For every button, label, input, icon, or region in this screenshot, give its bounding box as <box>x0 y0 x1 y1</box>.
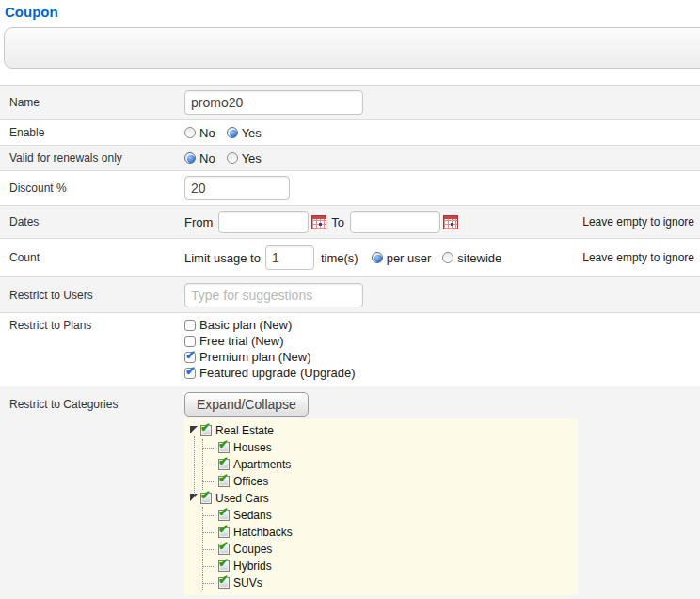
tree-leaf: ✔ Hybrids <box>203 558 578 575</box>
radio-button[interactable] <box>184 152 196 164</box>
users-input[interactable] <box>184 283 363 307</box>
field-label-renewals: Valid for renewals only <box>0 151 184 165</box>
checkbox[interactable]: ✔ <box>184 336 196 347</box>
expand-collapse-button[interactable]: Expand/Collapse <box>184 392 309 417</box>
row-count: Count Limit usage to time(s) per user si… <box>0 239 700 277</box>
main-toolbar <box>4 27 700 69</box>
tree-checkbox[interactable]: ✔ <box>218 442 230 453</box>
count-input[interactable] <box>265 245 314 270</box>
radio-label[interactable]: Yes <box>242 126 262 140</box>
tree-node[interactable]: ✔ SUVs <box>218 575 578 591</box>
tree-branch: ✔ Used Cars ✔ Sedans <box>190 490 578 591</box>
checkbox[interactable]: ✔ <box>184 352 196 363</box>
tree-node[interactable]: ✔ Hatchbacks <box>218 524 578 541</box>
tree-node[interactable]: ✔ Real Estate <box>190 422 578 439</box>
check-icon: ✔ <box>218 523 229 535</box>
radio-button[interactable] <box>184 127 196 138</box>
calendar-icon[interactable] <box>311 215 326 229</box>
checkbox-label[interactable]: Premium plan (New) <box>199 350 310 364</box>
checkbox-label[interactable]: Basic plan (New) <box>199 318 292 332</box>
tree-node[interactable]: ✔ Offices <box>218 473 578 490</box>
tree-leaf: ✔ Apartments <box>203 456 578 473</box>
tree-checkbox[interactable]: ✔ <box>200 425 212 436</box>
date-to-label: To <box>331 215 344 229</box>
tree-checkbox[interactable]: ✔ <box>218 459 230 470</box>
count-option-per-user[interactable]: per user <box>372 251 432 265</box>
radio-label[interactable]: No <box>199 151 215 166</box>
tree-node[interactable]: ✔ Sedans <box>218 507 578 524</box>
page-title: Coupon <box>0 0 700 20</box>
renewals-option-yes[interactable]: Yes <box>227 151 262 166</box>
check-icon: ✔ <box>218 472 229 484</box>
radio-label[interactable]: Yes <box>242 151 262 166</box>
name-input[interactable] <box>184 90 363 115</box>
tree-node[interactable]: ✔ Used Cars <box>190 490 578 507</box>
tree-checkbox[interactable]: ✔ <box>218 577 230 589</box>
tree-checkbox[interactable]: ✔ <box>200 493 212 504</box>
check-icon: ✔ <box>218 506 229 518</box>
enable-option-no[interactable]: No <box>184 126 215 140</box>
tree-node[interactable]: ✔ Houses <box>218 439 578 456</box>
checkbox[interactable]: ✔ <box>184 320 196 331</box>
tree-checkbox[interactable]: ✔ <box>218 527 230 538</box>
tree-node-label[interactable]: Hybrids <box>233 560 272 573</box>
check-icon: ✔ <box>218 557 229 569</box>
count-option-sitewide[interactable]: sitewide <box>442 251 501 265</box>
tree-node-label[interactable]: Houses <box>233 441 272 454</box>
count-suffix: time(s) <box>321 251 358 265</box>
radio-label[interactable]: No <box>199 126 215 140</box>
tree-node-label[interactable]: Sedans <box>233 509 272 522</box>
checkbox-label[interactable]: Featured upgrade (Upgrade) <box>199 366 356 380</box>
row-plans: Restrict to Plans ✔ Basic plan (New) ✔ F… <box>0 313 700 386</box>
tree-leaf: ✔ Houses <box>203 439 578 456</box>
radio-label[interactable]: per user <box>387 251 432 265</box>
date-to-input[interactable] <box>350 211 440 233</box>
tree-node[interactable]: ✔ Hybrids <box>218 558 578 575</box>
tree-checkbox[interactable]: ✔ <box>218 510 230 521</box>
date-from-input[interactable] <box>218 211 309 233</box>
field-label-dates: Dates <box>0 215 184 229</box>
tree-branch: ✔ Real Estate ✔ Houses <box>190 422 578 490</box>
tree-node-label[interactable]: SUVs <box>233 576 262 590</box>
count-prefix: Limit usage to <box>184 251 261 265</box>
tree-node-label[interactable]: Used Cars <box>215 492 269 505</box>
tree-checkbox[interactable]: ✔ <box>218 560 230 572</box>
plan-option[interactable]: ✔ Basic plan (New) <box>184 317 700 333</box>
field-label-count: Count <box>0 251 184 264</box>
dates-hint: Leave empty to ignore <box>582 215 700 229</box>
check-icon: ✔ <box>218 455 229 467</box>
row-discount: Discount % <box>0 171 700 206</box>
tree-leaf: ✔ SUVs <box>203 575 578 591</box>
discount-input[interactable] <box>184 176 290 200</box>
tree-node-label[interactable]: Hatchbacks <box>233 526 293 539</box>
radio-button[interactable] <box>372 252 383 263</box>
tree-node-label[interactable]: Apartments <box>233 458 291 471</box>
tree-node-label[interactable]: Real Estate <box>215 424 274 437</box>
check-icon: ✔ <box>218 574 229 586</box>
row-enable: Enable No Yes <box>0 120 700 146</box>
tree-node[interactable]: ✔ Coupes <box>218 541 578 558</box>
renewals-option-no[interactable]: No <box>184 151 215 166</box>
check-icon: ✔ <box>185 365 196 377</box>
calendar-icon[interactable] <box>443 215 458 229</box>
plan-option[interactable]: ✔ Featured upgrade (Upgrade) <box>184 365 700 381</box>
tree-node-label[interactable]: Coupes <box>233 543 272 556</box>
tree-node[interactable]: ✔ Apartments <box>218 456 578 473</box>
plan-option[interactable]: ✔ Premium plan (New) <box>184 349 700 365</box>
checkbox-label[interactable]: Free trial (New) <box>199 334 284 348</box>
tree-checkbox[interactable]: ✔ <box>218 476 230 487</box>
radio-button[interactable] <box>227 127 238 138</box>
radio-label[interactable]: sitewide <box>457 251 501 265</box>
expander-icon[interactable] <box>190 494 198 501</box>
tree-node-label[interactable]: Offices <box>233 475 268 488</box>
row-dates: Dates From To Leave empty to ignore <box>0 206 700 239</box>
radio-button[interactable] <box>227 152 238 164</box>
enable-option-yes[interactable]: Yes <box>227 126 262 140</box>
check-icon: ✔ <box>200 489 211 501</box>
expander-icon[interactable] <box>190 426 198 433</box>
field-label-plans: Restrict to Plans <box>0 317 184 332</box>
radio-button[interactable] <box>442 252 453 263</box>
checkbox[interactable]: ✔ <box>184 368 196 379</box>
tree-checkbox[interactable]: ✔ <box>218 544 230 555</box>
plan-option[interactable]: ✔ Free trial (New) <box>184 333 700 349</box>
